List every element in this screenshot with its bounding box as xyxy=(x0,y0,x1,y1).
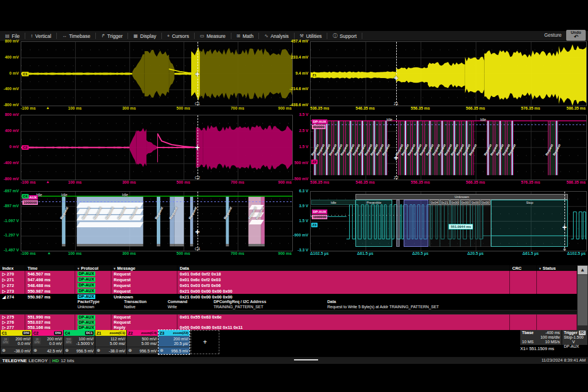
x-axis-label: 900 ms xyxy=(278,180,292,184)
decode-box-byte: 0x00 xyxy=(450,200,460,205)
waveform-panel-c4[interactable]: RequestRequestRequestRequestRequestReque… xyxy=(21,191,293,251)
menu-item-measure[interactable]: ▭Measure xyxy=(195,31,231,41)
column-header-message[interactable]: ▾Message xyxy=(111,265,177,271)
detail-value: Native xyxy=(124,305,136,309)
decode-row-271[interactable]: ▷ 271547.498 msDP-AUXRequest0x01 0x6c 0x… xyxy=(0,277,577,282)
detail-header-row[interactable]: PacketTypeTransactionCommandDPConfigReq … xyxy=(0,300,577,304)
column-header-crc[interactable]: CRC xyxy=(510,265,537,271)
idle-label: Idle xyxy=(122,193,128,197)
decode-row-270[interactable]: ▷ 270546.507 msDP-AUXRequest0x01 0x6d 0x… xyxy=(0,271,577,277)
cursor-cross[interactable]: + xyxy=(394,75,399,81)
gesture-label: Gesture xyxy=(544,32,562,38)
x-axis-label: Δ20.5 µs xyxy=(467,251,484,255)
cursor-cross[interactable]: + xyxy=(394,155,399,161)
descriptor-z3[interactable]: Z3zoom(Z2)200 mV/20.5 µs/⊕956.5 mV xyxy=(158,330,189,354)
cursor-line-c4[interactable] xyxy=(198,192,198,251)
x-axis-label: -100 ms xyxy=(21,180,36,184)
menu-item-trigger[interactable]: ↱Trigger xyxy=(96,31,127,41)
sort-icon: ▾ xyxy=(114,266,115,270)
channel-marker-z1[interactable]: Z1 xyxy=(311,73,318,77)
trigger-descriptor[interactable]: TriggerDCStop-1.500 VDP-AUX xyxy=(562,330,587,345)
descriptor-id: Z3 xyxy=(160,331,164,335)
channel-marker-c4[interactable]: C4 xyxy=(22,194,29,199)
timebase-descriptor[interactable]: Tbase-400 ms100 ms/div10 MS10 MS/s xyxy=(520,330,562,345)
decode-row-277[interactable]: ▷ 277553.166 msDP-AUXReply0x00 0x00 0x80… xyxy=(0,325,577,330)
descriptor-z2[interactable]: Z2zoom(C4)500 mV/5.00 ms/⊕956.5 mV xyxy=(127,330,158,354)
waveform-panel-c1[interactable]: C1+C1 xyxy=(21,41,293,106)
tbase-offset: -400 ms xyxy=(546,331,560,335)
waveform-panel-z1[interactable]: Z1+Z1 xyxy=(310,41,587,106)
table-cell: 0x01 0x03 0xf3 0x06 xyxy=(177,282,510,288)
decode-box-stop: Stop xyxy=(491,200,568,247)
channel-marker-c2[interactable]: C2 xyxy=(22,145,29,150)
table-cell: DP-AUX xyxy=(75,282,111,288)
detail-header: Data xyxy=(327,300,336,304)
channel-marker-z3[interactable]: Z3 xyxy=(311,223,318,227)
protocol-chip: DP-AUX xyxy=(78,325,95,330)
table-header-row[interactable]: IndexTime▾Protocol▾MessageDataCRC▾Status xyxy=(0,265,577,271)
cursor-cross[interactable]: + xyxy=(195,71,200,77)
table-cell: 0x00 0x00 0x80 0x02 0x11 0x11 xyxy=(177,325,510,330)
detail-footer-row[interactable] xyxy=(0,310,577,315)
channel-marker-z2[interactable]: Z2 xyxy=(311,160,318,164)
menu-item-display[interactable]: ▦Display xyxy=(128,31,161,41)
column-header-data[interactable]: Data xyxy=(177,265,510,271)
decode-box-preamble-label: Preamble xyxy=(356,201,392,204)
menu-item-label: Vertical xyxy=(35,33,51,39)
detail-value-row[interactable]: UnknownNativeWriteTRAINING_PATTERN_SETRe… xyxy=(0,304,577,310)
menu-item-timebase[interactable]: ↔Timebase xyxy=(57,31,95,41)
column-header-protocol[interactable]: ▾Protocol xyxy=(75,265,111,271)
decode-row-274[interactable]: ◢ 274550.987 msDP-AUXUnknown0x21 0x00 0x… xyxy=(0,294,577,300)
column-header-index[interactable]: Index xyxy=(0,265,25,271)
x-axis-label: 556.35 ms xyxy=(411,106,430,110)
cursor-cross[interactable]: + xyxy=(195,229,200,235)
cursor-line-z2[interactable] xyxy=(396,115,397,180)
y-axis-label: 457.4 mV xyxy=(289,39,308,43)
decode-row-273[interactable]: ▷ 273550.987 msDP-AUXRequest0x21 0x00 0x… xyxy=(0,288,577,294)
descriptor-c4[interactable]: C4DC1500MHz100 mV/-1.5000 V⊕956.5 mV xyxy=(64,330,95,354)
waveform-panel-z2[interactable]: RequestRequestRequestRequestRequestReque… xyxy=(310,115,587,180)
table-cell: ▷ 275 xyxy=(0,315,25,320)
descriptor-c2[interactable]: C2D5016GHz200 mV/0.0 mV⊕42.5 mV xyxy=(32,330,63,354)
protocol-chip: DP-AUX xyxy=(78,289,95,293)
column-header-status[interactable]: ▾Status xyxy=(537,265,577,271)
decode-row-276[interactable]: ▷ 276553.037 msDP-AUXRequest xyxy=(0,320,577,325)
undo-button[interactable]: Undo ↶ xyxy=(566,30,586,41)
column-header-time[interactable]: Time xyxy=(25,265,75,271)
cursor-cross[interactable]: + xyxy=(195,145,200,150)
scroll-indicator[interactable] xyxy=(294,359,318,360)
support-icon: ⓘ xyxy=(332,34,337,38)
cursor-cross[interactable]: + xyxy=(562,224,567,230)
decode-row-275[interactable]: ▷ 275551.990 msDP-AUXRequest0x01 0x55 0x… xyxy=(0,315,577,320)
cursor-line-δ[interactable] xyxy=(564,192,565,251)
descriptor-z1[interactable]: Z1zoom(C1)112 mV/5.00 ms/⊕-38.0 mV xyxy=(95,330,126,354)
table-cell xyxy=(537,288,577,294)
hd-badge: HD xyxy=(52,358,59,363)
menu-item-vertical[interactable]: ↕Vertical xyxy=(25,31,56,41)
x-axis-label: 576.35 ms xyxy=(521,106,540,110)
decode-box-byte: 0x21 xyxy=(440,200,450,205)
menu-item-math[interactable]: ⊞Math xyxy=(231,31,259,41)
cursor-readout-icon: ⊕ xyxy=(96,348,100,353)
decode-row-272[interactable]: ▷ 272548.488 msDP-AUXRequest0x01 0x03 0x… xyxy=(0,282,577,288)
table-cell: 0x01 0x55 0x63 0x6e xyxy=(177,315,510,320)
menu-item-cursors[interactable]: ⌖Cursors xyxy=(162,31,194,41)
channel-marker-c1[interactable]: C1 xyxy=(22,72,29,76)
menu-item-support[interactable]: ⓘSupport xyxy=(327,31,362,41)
detail-value: TRAINING_PATTERN_SET xyxy=(214,305,263,309)
descriptor-c1[interactable]: C1D5016GHz200 mV/0.0 mV⊕-38.0 mV xyxy=(1,330,32,354)
table-cell: DP-AUX xyxy=(75,325,111,330)
cursor-label: C4 xyxy=(195,247,200,251)
table-cell xyxy=(510,294,537,300)
waveform-panel-c2[interactable]: C2+C2 xyxy=(21,115,293,180)
trigger-position-marker: ▲ xyxy=(47,251,51,255)
table-cell: 546.507 ms xyxy=(25,271,75,277)
idle-label: Idle xyxy=(480,118,486,122)
x1-cursor-readout: X1= 551.1509 ms xyxy=(520,346,554,351)
waveform-panel-z3[interactable]: UnknownIdlePreamble0x040x210x000x000x000… xyxy=(310,191,587,251)
add-trace-box[interactable]: + xyxy=(191,330,219,354)
scroll-thumb[interactable] xyxy=(578,275,587,325)
scroll-up-button[interactable]: ▲ xyxy=(578,266,587,274)
table-scrollbar[interactable]: ▲ xyxy=(577,265,588,330)
x-axis-label: 586.35 ms xyxy=(567,180,586,184)
